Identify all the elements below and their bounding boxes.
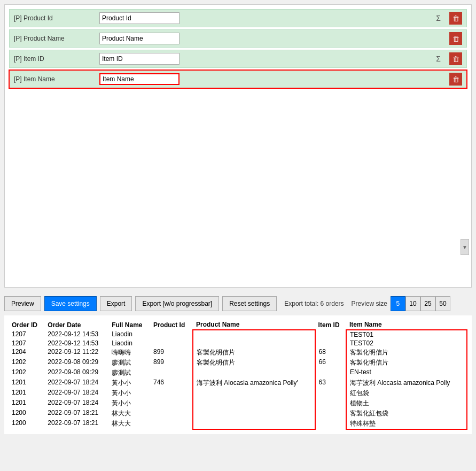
- field-product-id-input[interactable]: [99, 12, 180, 24]
- table-row: 12012022-09-07 18:24黃小小植物土: [9, 398, 467, 408]
- cell-r0-c3: [150, 330, 193, 339]
- size-button-5[interactable]: 5: [391, 296, 405, 311]
- cell-r6-c3: [150, 388, 193, 398]
- cell-r6-c0: 1201: [9, 388, 44, 398]
- cell-r0-c0: 1207: [9, 330, 44, 339]
- cell-r3-c6: 客製化明信片: [346, 358, 467, 368]
- col-header-6: Item Name: [346, 320, 467, 330]
- field-product-name-input[interactable]: [99, 33, 180, 44]
- cell-r2-c4: 客製化明信片: [193, 348, 315, 358]
- field-product-id-delete-button[interactable]: 🗑: [449, 12, 462, 25]
- cell-r8-c5: [315, 408, 346, 419]
- cell-r1-c1: 2022-09-12 14:53: [44, 339, 108, 348]
- size-button-25[interactable]: 25: [420, 296, 435, 311]
- cell-r7-c3: [150, 398, 193, 408]
- reset-settings-button[interactable]: Reset settings: [222, 296, 277, 311]
- cell-r6-c1: 2022-09-07 18:24: [44, 388, 108, 398]
- cell-r9-c0: 1200: [9, 419, 44, 429]
- cell-r5-c6: 海芋波利 Alocasia amazonica Polly: [346, 378, 467, 388]
- cell-r0-c6: TEST01: [346, 330, 467, 339]
- data-section: Order IDOrder DateFull NameProduct IdPro…: [4, 315, 472, 434]
- cell-r3-c5: 66: [315, 358, 346, 368]
- cell-r7-c1: 2022-09-07 18:24: [44, 398, 108, 408]
- field-item-id-row[interactable]: [P] Item IDΣ🗑: [9, 50, 467, 68]
- toolbar: Preview Save settings Export Export [w/o…: [0, 292, 476, 315]
- export-button[interactable]: Export: [100, 296, 132, 311]
- save-settings-button[interactable]: Save settings: [44, 296, 97, 311]
- field-item-id-input[interactable]: [99, 53, 180, 65]
- cell-r4-c5: [315, 368, 346, 378]
- cell-r0-c4: [193, 330, 315, 339]
- table-row: 12042022-09-12 11:22嗨嗨嗨899客製化明信片68客製化明信片: [9, 348, 467, 358]
- cell-r5-c2: 黃小小: [108, 378, 150, 388]
- table-row: 12012022-09-07 18:24黃小小紅包袋: [9, 388, 467, 398]
- preview-size-label: Preview size: [352, 300, 387, 307]
- cell-r4-c6: EN-test: [346, 368, 467, 378]
- top-panel: [P] Product IdΣ🗑[P] Product Name🗑[P] Ite…: [4, 4, 472, 288]
- cell-r9-c5: [315, 419, 346, 429]
- field-product-id-row[interactable]: [P] Product IdΣ🗑: [9, 9, 467, 27]
- cell-r1-c6: TEST02: [346, 339, 467, 348]
- cell-r4-c4: [193, 368, 315, 378]
- cell-r2-c0: 1204: [9, 348, 44, 358]
- field-item-name-input[interactable]: [99, 73, 180, 85]
- cell-r1-c2: Liaodin: [108, 339, 150, 348]
- cell-r7-c5: [315, 398, 346, 408]
- col-header-0: Order ID: [9, 320, 44, 330]
- table-row: 12012022-09-07 18:24黃小小746海芋波利 Alocasia …: [9, 378, 467, 388]
- table-row: 12022022-09-08 09:29廖測試899客製化明信片66客製化明信片: [9, 358, 467, 368]
- cell-r0-c2: Liaodin: [108, 330, 150, 339]
- cell-r4-c2: 廖測試: [108, 368, 150, 378]
- field-product-name-label: [P] Product Name: [14, 35, 99, 42]
- cell-r7-c0: 1201: [9, 398, 44, 408]
- size-button-50[interactable]: 50: [435, 296, 450, 311]
- cell-r5-c4: 海芋波利 Alocasia amazonica Polly': [193, 378, 315, 388]
- col-header-2: Full Name: [108, 320, 150, 330]
- size-buttons-group: 5102550: [391, 296, 450, 311]
- cell-r6-c6: 紅包袋: [346, 388, 467, 398]
- field-item-id-label: [P] Item ID: [14, 55, 99, 63]
- cell-r3-c2: 廖測試: [108, 358, 150, 368]
- cell-r2-c3: 899: [150, 348, 193, 358]
- field-item-name-delete-button[interactable]: 🗑: [449, 73, 462, 86]
- field-product-name-row[interactable]: [P] Product Name🗑: [9, 29, 467, 48]
- field-item-name-label: [P] Item Name: [14, 75, 99, 83]
- col-header-3: Product Id: [150, 320, 193, 330]
- cell-r1-c5: [315, 339, 346, 348]
- cell-r9-c2: 林大大: [108, 419, 150, 429]
- cell-r7-c2: 黃小小: [108, 398, 150, 408]
- cell-r6-c4: [193, 388, 315, 398]
- cell-r8-c3: [150, 408, 193, 419]
- field-item-name-row[interactable]: [P] Item Name🗑: [9, 70, 467, 88]
- cell-r5-c0: 1201: [9, 378, 44, 388]
- export-no-progress-button[interactable]: Export [w/o progressbar]: [135, 296, 219, 311]
- cell-r4-c0: 1202: [9, 368, 44, 378]
- cell-r9-c3: [150, 419, 193, 429]
- table-row: 12002022-09-07 18:21林大大客製化紅包袋: [9, 408, 467, 419]
- field-item-id-delete-button[interactable]: 🗑: [449, 52, 462, 65]
- cell-r3-c3: 899: [150, 358, 193, 368]
- cell-r2-c6: 客製化明信片: [346, 348, 467, 358]
- cell-r8-c4: [193, 408, 315, 419]
- col-header-4: Product Name: [193, 320, 315, 330]
- cell-r6-c2: 黃小小: [108, 388, 150, 398]
- cell-r0-c5: [315, 330, 346, 339]
- field-item-id-sigma: Σ: [436, 55, 441, 63]
- cell-r7-c4: [193, 398, 315, 408]
- cell-r8-c1: 2022-09-07 18:21: [44, 408, 108, 419]
- table-row: 12022022-09-08 09:29廖測試EN-test: [9, 368, 467, 378]
- table-row: 12072022-09-12 14:53LiaodinTEST02: [9, 339, 467, 348]
- preview-button[interactable]: Preview: [4, 296, 41, 311]
- cell-r3-c0: 1202: [9, 358, 44, 368]
- size-button-10[interactable]: 10: [405, 296, 420, 311]
- cell-r9-c1: 2022-09-07 18:21: [44, 419, 108, 429]
- cell-r2-c1: 2022-09-12 11:22: [44, 348, 108, 358]
- field-product-name-delete-button[interactable]: 🗑: [449, 32, 462, 45]
- cell-r5-c1: 2022-09-07 18:24: [44, 378, 108, 388]
- export-total: Export total: 6 orders: [284, 300, 344, 307]
- table-row: 12002022-09-07 18:21林大大特殊杯墊: [9, 419, 467, 429]
- scrollbar[interactable]: ▼: [461, 239, 469, 255]
- cell-r1-c3: [150, 339, 193, 348]
- cell-r5-c3: 746: [150, 378, 193, 388]
- cell-r2-c5: 68: [315, 348, 346, 358]
